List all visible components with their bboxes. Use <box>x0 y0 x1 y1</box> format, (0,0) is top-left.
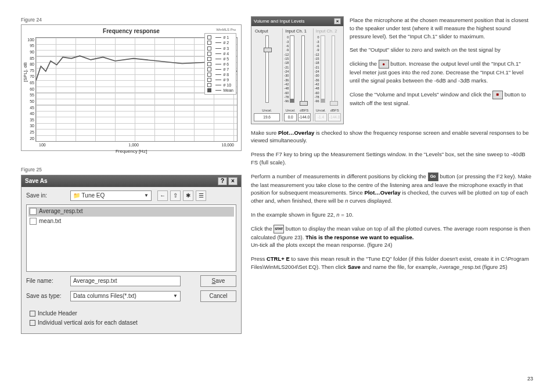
views-icon[interactable]: ☰ <box>196 190 206 201</box>
file-name-input[interactable]: Average_resp.txt <box>70 276 181 286</box>
page-number: 23 <box>527 375 533 383</box>
output-slider[interactable] <box>265 35 269 103</box>
instruction-text: Perform a number of measurements in diff… <box>251 172 533 205</box>
file-item[interactable]: Average_resp.txt <box>28 207 234 217</box>
save-in-label: Save in: <box>26 192 67 200</box>
chart-xlabel: Frequency [Hz] <box>25 148 238 155</box>
chevron-down-icon: ▼ <box>173 293 178 300</box>
level-meter <box>290 35 294 103</box>
save-in-combo[interactable]: 📁 Tune EQ ▼ <box>70 190 152 201</box>
uncal-readout: -1.4 <box>315 113 328 121</box>
go-icon[interactable]: Go <box>428 172 438 181</box>
legend-item[interactable]: Mean <box>207 88 233 93</box>
legend-item[interactable]: # 3 <box>207 46 233 51</box>
chevron-down-icon: ▼ <box>144 192 149 199</box>
instruction-text: Click the STAT button to display the mea… <box>251 225 533 250</box>
legend-item[interactable]: # 2 <box>207 40 233 45</box>
file-icon <box>30 208 37 215</box>
level-meter <box>321 35 325 103</box>
legend-item[interactable]: # 9 <box>207 77 233 82</box>
dbfs-readout: -144.0 <box>328 113 341 121</box>
legend-item[interactable]: # 7 <box>207 67 233 72</box>
file-item[interactable]: mean.txt <box>28 217 234 226</box>
vol-panel-title: Volume and Input Levels <box>254 18 305 25</box>
figure24-label: Figure 24 <box>21 16 242 23</box>
chart-legend: WinMLS Pro # 1# 2# 3# 4# 5# 6# 7# 8# 9# … <box>204 33 236 95</box>
cancel-button[interactable]: Cancel <box>200 290 236 302</box>
stop-icon[interactable]: ■ <box>492 91 503 99</box>
vol-col-head: Output <box>254 28 280 35</box>
save-type-label: Save as type: <box>26 292 67 301</box>
vol-col-head: Input Ch. 2 <box>315 28 341 35</box>
legend-item[interactable]: # 6 <box>207 62 233 67</box>
instruction-text: Press the F7 key to bring up the Measure… <box>251 150 533 167</box>
individual-axis-checkbox[interactable]: Individual vertical axis for each datase… <box>30 318 233 328</box>
vol-col-head: Input Ch. 1 <box>284 28 310 35</box>
instruction-text: In the example shown in figure 22, n = 1… <box>251 211 533 219</box>
save-as-dialog: Save As ? × Save in: 📁 Tune EQ ▼ ← ⇧ ✱ ☰ <box>21 175 242 335</box>
legend-item[interactable]: # 5 <box>207 56 233 62</box>
figure25-label: Figure 25 <box>21 166 242 173</box>
close-icon[interactable]: × <box>334 18 341 24</box>
chart-y-ticks: 10095908580757065605550454035302520 <box>25 37 35 142</box>
file-list[interactable]: Average_resp.txt mean.txt <box>26 204 236 272</box>
chart-x-ticks: 100 1,000 10,000 <box>25 142 238 148</box>
dbfs-readout: -144.0 <box>298 113 311 121</box>
close-button[interactable]: × <box>228 177 238 185</box>
legend-item[interactable]: # 4 <box>207 51 233 56</box>
up-icon[interactable]: ⇧ <box>170 190 181 201</box>
chart-ylabel: [SPL], dB <box>22 63 29 82</box>
uncal-readout: 0.0 <box>284 113 297 121</box>
new-folder-icon[interactable]: ✱ <box>183 190 193 201</box>
instruction-text: Press CTRL+ E to save this mean result i… <box>251 255 533 271</box>
dialog-title: Save As <box>25 177 48 186</box>
uncal-readout: 19.6 <box>254 113 280 121</box>
save-button[interactable]: Save <box>200 275 236 287</box>
record-icon[interactable]: ● <box>379 60 389 69</box>
help-button[interactable]: ? <box>218 177 227 185</box>
input-slider[interactable] <box>301 35 305 103</box>
instruction-text: Make sure Plot…Overlay is checked to sho… <box>251 129 533 145</box>
legend-item[interactable]: # 8 <box>207 72 233 77</box>
legend-item[interactable]: # 1 <box>207 35 233 40</box>
stat-icon[interactable]: STAT <box>274 225 284 233</box>
back-icon[interactable]: ← <box>157 190 168 201</box>
save-type-combo[interactable]: Data columns Files(*.txt) ▼ <box>70 291 181 301</box>
legend-item[interactable]: # 10 <box>207 82 233 88</box>
input-slider[interactable] <box>332 35 335 103</box>
include-header-checkbox[interactable]: Include Header <box>30 309 233 318</box>
frequency-response-chart: Frequency response [SPL], dB 10095908580… <box>21 24 242 151</box>
file-name-label: File name: <box>26 277 67 286</box>
volume-levels-panel: Volume and Input Levels × OutputUncal.19… <box>251 16 344 124</box>
file-icon <box>30 218 37 225</box>
